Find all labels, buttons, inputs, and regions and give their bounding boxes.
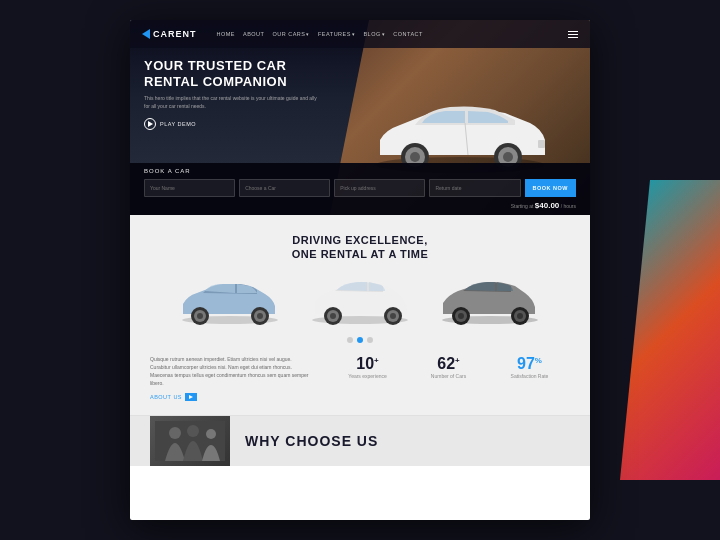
- hamburger-line-3: [568, 37, 578, 38]
- car-item-1: [170, 274, 290, 329]
- stat-years-number: 10+: [327, 355, 408, 373]
- hamburger-menu[interactable]: [568, 31, 578, 38]
- booking-form: BOOK NOW: [144, 179, 576, 197]
- logo-text: CARENT: [153, 29, 197, 39]
- nav-blog[interactable]: BLOG: [363, 31, 385, 37]
- stat-cars-label: Number of Cars: [408, 373, 489, 380]
- svg-rect-7: [538, 140, 545, 148]
- svg-point-15: [257, 313, 263, 319]
- stats-row: Quisque rutrum aenean imperdiet. Etiam u…: [150, 355, 570, 402]
- booking-bar: BOOK A CAR BOOK NOW Starting at $40.00 /…: [130, 163, 590, 215]
- stat-cars: 62+ Number of Cars: [408, 355, 489, 380]
- svg-point-32: [187, 425, 199, 437]
- book-now-button[interactable]: BOOK NOW: [525, 179, 576, 197]
- play-demo-label: PLAY DEMO: [160, 121, 196, 127]
- svg-point-33: [206, 429, 216, 439]
- about-us-link[interactable]: ABOUT US: [150, 393, 312, 402]
- middle-section: DRIVING EXCELLENCE, ONE RENTAL AT A TIME: [130, 215, 590, 415]
- svg-point-3: [410, 152, 420, 162]
- hero-title: YOUR TRUSTED CAR RENTAL COMPANION: [144, 58, 319, 89]
- why-section: WHY CHOOSE US: [130, 416, 590, 466]
- svg-point-6: [503, 152, 513, 162]
- nav-our-cars[interactable]: OUR CARS: [272, 31, 310, 37]
- nav-links: HOME ABOUT OUR CARS FEATURES BLOG CONTAC…: [217, 31, 423, 37]
- svg-point-19: [330, 313, 336, 319]
- hamburger-line-1: [568, 31, 578, 32]
- play-circle-icon: [144, 118, 156, 130]
- hamburger-line-2: [568, 34, 578, 35]
- stats-description: Quisque rutrum aenean imperdiet. Etiam u…: [150, 355, 327, 402]
- carousel-dots: [150, 337, 570, 343]
- svg-point-26: [458, 313, 464, 319]
- logo-arrow-icon: [142, 29, 150, 39]
- nav-home[interactable]: HOME: [217, 31, 236, 37]
- car-item-2: [300, 274, 420, 329]
- why-image: [150, 416, 230, 466]
- pickup-address-input[interactable]: [334, 179, 425, 197]
- starting-price: Starting at $40.00 / hours: [511, 201, 576, 210]
- about-link-arrow-icon: [185, 393, 197, 401]
- svg-point-31: [169, 427, 181, 439]
- play-demo-button[interactable]: PLAY DEMO: [144, 118, 319, 130]
- hero-subtitle: This hero title implies that the car ren…: [144, 95, 319, 110]
- carousel-dot-1[interactable]: [347, 337, 353, 343]
- hero-section: CARENT HOME ABOUT OUR CARS FEATURES BLOG…: [130, 20, 590, 215]
- nav-features[interactable]: FEATURES: [318, 31, 355, 37]
- navbar: CARENT HOME ABOUT OUR CARS FEATURES BLOG…: [130, 20, 590, 48]
- stat-cars-number: 62+: [408, 355, 489, 373]
- nav-about[interactable]: ABOUT: [243, 31, 264, 37]
- stat-years-label: Years experience: [327, 373, 408, 380]
- svg-point-12: [197, 313, 203, 319]
- stat-satisfaction: 97% Satisfaction Rate: [489, 355, 570, 380]
- why-title: WHY CHOOSE US: [245, 433, 378, 449]
- website-container: CARENT HOME ABOUT OUR CARS FEATURES BLOG…: [130, 20, 590, 520]
- carousel-dot-2[interactable]: [357, 337, 363, 343]
- section-title: DRIVING EXCELLENCE, ONE RENTAL AT A TIME: [150, 233, 570, 262]
- nav-contact[interactable]: CONTACT: [393, 31, 423, 37]
- cars-row: [150, 274, 570, 329]
- logo[interactable]: CARENT: [142, 29, 197, 39]
- stat-satisfaction-label: Satisfaction Rate: [489, 373, 570, 380]
- carousel-dot-3[interactable]: [367, 337, 373, 343]
- play-triangle-icon: [148, 121, 153, 127]
- svg-point-22: [390, 313, 396, 319]
- stat-years: 10+ Years experience: [327, 355, 408, 380]
- choose-car-input[interactable]: [239, 179, 330, 197]
- your-name-input[interactable]: [144, 179, 235, 197]
- stat-satisfaction-number: 97%: [489, 355, 570, 373]
- book-label: BOOK A CAR: [144, 168, 576, 174]
- svg-point-29: [517, 313, 523, 319]
- hero-content: YOUR TRUSTED CAR RENTAL COMPANION This h…: [144, 58, 319, 130]
- return-date-input[interactable]: [429, 179, 520, 197]
- about-link-label: ABOUT US: [150, 393, 182, 402]
- car-item-3: [430, 274, 550, 329]
